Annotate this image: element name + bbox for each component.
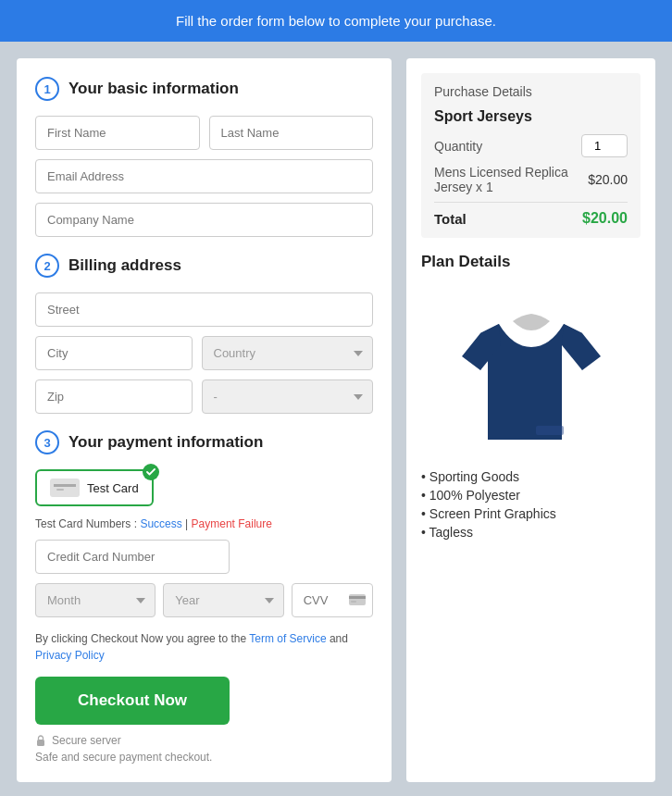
section3-title: 3 Your payment information	[35, 430, 373, 454]
company-input[interactable]	[35, 203, 373, 237]
quantity-input[interactable]	[581, 134, 628, 157]
year-select[interactable]: Year	[163, 583, 283, 617]
section3-label: Your payment information	[68, 433, 263, 452]
email-input[interactable]	[35, 159, 373, 193]
feature-item: Tagless	[421, 525, 641, 540]
item-row: Mens Licensed Replica Jersey x 1 $20.00	[434, 165, 628, 194]
svg-rect-0	[54, 481, 76, 494]
svg-rect-5	[351, 601, 356, 603]
product-name: Sport Jerseys	[434, 108, 628, 125]
svg-rect-4	[349, 596, 366, 599]
city-country-row: Country	[35, 336, 373, 370]
jersey-image	[453, 282, 610, 458]
features-list: Sporting Goods100% PolyesterScreen Print…	[421, 469, 641, 540]
feature-item: Sporting Goods	[421, 469, 641, 484]
item-label: Mens Licensed Replica Jersey x 1	[434, 165, 588, 194]
street-input[interactable]	[35, 292, 373, 327]
safe-text: Safe and secure payment checkout.	[35, 751, 373, 764]
step1-circle: 1	[35, 77, 59, 101]
section1-label: Your basic information	[68, 80, 239, 98]
jersey-svg	[453, 282, 610, 458]
svg-rect-1	[54, 484, 76, 487]
cc-row	[35, 540, 373, 574]
cvv-wrap	[292, 583, 373, 617]
feature-item: Screen Print Graphics	[421, 506, 641, 521]
section1-title: 1 Your basic information	[35, 77, 373, 101]
first-name-input[interactable]	[35, 116, 200, 150]
quantity-label: Quantity	[434, 139, 482, 154]
cvv-row: Month Year	[35, 583, 373, 617]
item-price: $20.00	[588, 172, 628, 187]
month-select[interactable]: Month	[35, 583, 156, 617]
quantity-row: Quantity	[434, 134, 628, 157]
total-label: Total	[434, 211, 467, 227]
section2-title: 2 Billing address	[35, 254, 373, 278]
purchase-details-box: Purchase Details Sport Jerseys Quantity …	[421, 73, 641, 238]
svg-rect-6	[37, 740, 44, 746]
total-row: Total $20.00	[434, 202, 628, 227]
secure-server: Secure server	[35, 734, 373, 747]
card-icon	[50, 479, 80, 497]
zip-input[interactable]	[35, 379, 193, 414]
checkout-button[interactable]: Checkout Now	[35, 677, 230, 725]
step2-circle: 2	[35, 254, 59, 278]
email-row	[35, 159, 373, 193]
step3-circle: 3	[35, 430, 59, 454]
test-card-numbers: Test Card Numbers : Success | Payment Fa…	[35, 517, 373, 530]
feature-item: 100% Polyester	[421, 488, 641, 503]
cvv-card-icon	[349, 592, 366, 609]
tos-link[interactable]: Term of Service	[249, 632, 326, 645]
cc-input[interactable]	[35, 540, 230, 574]
failure-link[interactable]: Payment Failure	[192, 517, 272, 530]
lock-icon	[35, 734, 46, 747]
banner-text: Fill the order form below to complete yo…	[176, 13, 496, 29]
purchase-details-title: Purchase Details	[434, 84, 628, 99]
total-price: $20.00	[582, 210, 628, 227]
company-row	[35, 203, 373, 237]
svg-rect-2	[56, 489, 64, 491]
card-option[interactable]: Test Card	[35, 469, 154, 506]
card-label: Test Card	[87, 481, 139, 495]
top-banner: Fill the order form below to complete yo…	[0, 0, 672, 42]
terms-text: By clicking Checkout Now you agree to th…	[35, 630, 373, 664]
success-link[interactable]: Success	[140, 517, 181, 530]
privacy-link[interactable]: Privacy Policy	[35, 649, 105, 662]
state-select[interactable]: -	[202, 379, 374, 414]
street-row	[35, 292, 373, 327]
city-input[interactable]	[35, 336, 193, 370]
section2-label: Billing address	[68, 256, 181, 275]
zip-state-row: -	[35, 379, 373, 414]
name-row	[35, 116, 373, 150]
plan-details-title: Plan Details	[421, 253, 641, 271]
svg-rect-7	[536, 426, 564, 435]
svg-rect-3	[349, 594, 366, 605]
country-select[interactable]: Country	[202, 336, 374, 370]
card-check-badge	[143, 464, 159, 480]
last-name-input[interactable]	[209, 116, 374, 150]
right-panel: Purchase Details Sport Jerseys Quantity …	[406, 58, 655, 782]
left-panel: 1 Your basic information 2 Billing addr	[17, 58, 392, 782]
